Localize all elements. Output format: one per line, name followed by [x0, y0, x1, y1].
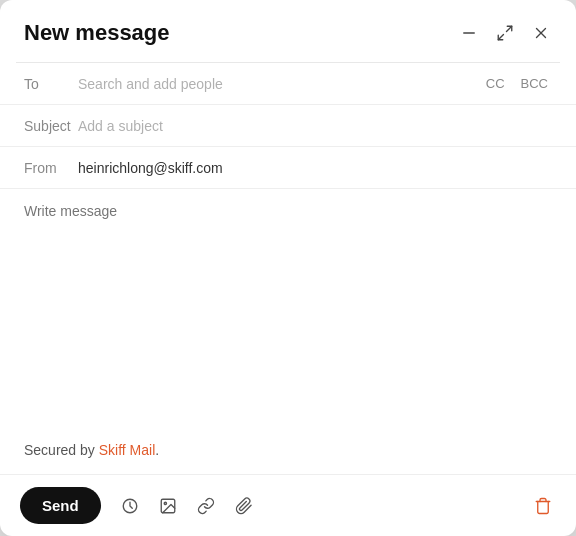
- to-label: To: [24, 76, 78, 92]
- link-icon: [197, 497, 215, 515]
- compose-window: New message: [0, 0, 576, 536]
- to-row: To CC BCC: [0, 63, 576, 105]
- secured-suffix: .: [155, 442, 159, 458]
- compose-title: New message: [24, 20, 170, 46]
- image-icon: [159, 497, 177, 515]
- subject-row: Subject: [0, 105, 576, 147]
- schedule-button[interactable]: [117, 493, 143, 519]
- skiff-mail-link[interactable]: Skiff Mail: [99, 442, 156, 458]
- expand-button[interactable]: [494, 22, 516, 44]
- from-label: From: [24, 160, 78, 176]
- minimize-icon: [460, 24, 478, 42]
- message-input[interactable]: [24, 203, 552, 426]
- close-button[interactable]: [530, 22, 552, 44]
- header-actions: [458, 22, 552, 44]
- svg-line-1: [507, 26, 512, 31]
- clock-icon: [121, 497, 139, 515]
- compose-header: New message: [0, 0, 576, 62]
- subject-input[interactable]: [78, 118, 552, 134]
- compose-toolbar: Send: [0, 474, 576, 536]
- subject-label: Subject: [24, 118, 78, 134]
- bcc-button[interactable]: BCC: [517, 74, 552, 93]
- delete-button[interactable]: [530, 493, 556, 519]
- expand-icon: [496, 24, 514, 42]
- close-icon: [532, 24, 550, 42]
- from-row: From heinrichlong@skiff.com: [0, 147, 576, 189]
- from-email: heinrichlong@skiff.com: [78, 160, 223, 176]
- cc-button[interactable]: CC: [482, 74, 509, 93]
- secured-prefix: Secured by: [24, 442, 99, 458]
- minimize-button[interactable]: [458, 22, 480, 44]
- secured-by-text: Secured by Skiff Mail.: [0, 434, 576, 474]
- to-input[interactable]: [78, 76, 482, 92]
- message-area: [0, 189, 576, 434]
- link-button[interactable]: [193, 493, 219, 519]
- trash-icon: [534, 497, 552, 515]
- svg-line-2: [498, 35, 503, 40]
- image-button[interactable]: [155, 493, 181, 519]
- svg-point-7: [164, 502, 166, 504]
- cc-bcc-area: CC BCC: [482, 74, 552, 93]
- paperclip-icon: [235, 497, 253, 515]
- attachment-button[interactable]: [231, 493, 257, 519]
- send-button[interactable]: Send: [20, 487, 101, 524]
